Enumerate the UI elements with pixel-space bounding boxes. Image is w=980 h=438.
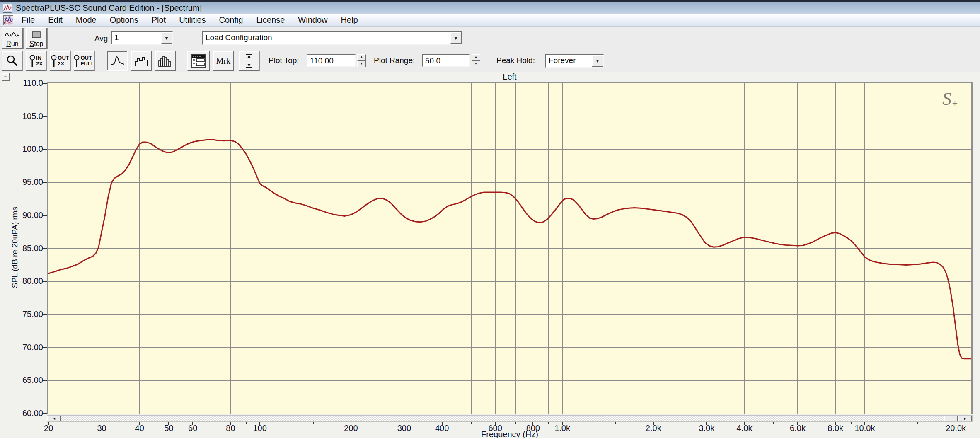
y-tick-label: 65.00 <box>0 375 43 385</box>
y-tick-mark <box>43 116 47 117</box>
menu-item-file[interactable]: File <box>15 15 41 25</box>
y-tick-mark <box>43 413 47 414</box>
chart-title: Left <box>47 72 973 82</box>
y-tick-mark <box>43 248 47 249</box>
spin-up-icon: ▲ <box>357 54 366 61</box>
spectrum-curve <box>48 140 971 358</box>
x-tick-label: 2.0k <box>646 423 661 433</box>
y-tick-label: 110.0 <box>0 78 43 88</box>
marker-button[interactable]: Mrk <box>213 51 234 71</box>
peak-hold-value: Forever <box>546 55 592 67</box>
x-minor-tick-mark <box>818 422 818 424</box>
menu-item-mode[interactable]: Mode <box>69 15 103 25</box>
scrollbar-thumb[interactable] <box>944 416 958 421</box>
plot-top-input[interactable] <box>307 54 356 67</box>
menu-item-edit[interactable]: Edit <box>41 15 69 25</box>
step-plot-button[interactable] <box>131 51 152 71</box>
main-toolbar: Run Stop Avg 1 ▼ Load Configuration ▼ <box>0 27 980 50</box>
bars-icon <box>158 55 173 67</box>
window-title: SpectraPLUS-SC Sound Card Edition - [Spe… <box>16 3 202 13</box>
avg-combobox[interactable]: 1 ▼ <box>111 31 173 45</box>
x-tick-label: 1.0k <box>554 423 570 433</box>
menu-item-help[interactable]: Help <box>334 15 364 25</box>
waveform-icon <box>5 30 20 39</box>
x-minor-tick-mark <box>851 422 852 424</box>
spin-down-icon: ▼ <box>357 61 366 68</box>
frequency-scrollbar[interactable]: ◄ ► <box>47 415 973 422</box>
x-tick-label: 200 <box>344 423 358 433</box>
scroll-right-icon[interactable]: ► <box>958 416 972 421</box>
display-options-button[interactable] <box>187 51 210 71</box>
load-configuration-value: Load Configuration <box>203 32 450 44</box>
x-tick-label: 10.0k <box>854 423 875 433</box>
x-tick-label: 4.0k <box>737 423 753 433</box>
x-tick-label: 20 <box>44 423 53 433</box>
y-tick-mark <box>43 314 47 315</box>
magnifier-pin-icon <box>51 54 57 68</box>
x-minor-tick-mark <box>213 422 213 424</box>
x-tick-label: 60 <box>188 423 197 433</box>
stop-button[interactable]: Stop <box>26 27 47 49</box>
x-tick-label: 30 <box>97 423 106 433</box>
x-minor-tick-mark <box>615 422 616 424</box>
chevron-down-icon[interactable]: ▼ <box>592 55 603 67</box>
menu-item-window[interactable]: Window <box>291 15 334 25</box>
y-tick-label: 90.00 <box>0 211 43 220</box>
x-minor-tick-mark <box>917 422 918 424</box>
plot-range-input[interactable] <box>422 54 470 67</box>
y-tick-label: 95.00 <box>0 177 43 187</box>
title-bar: SpectraPLUS-SC Sound Card Edition - [Spe… <box>0 0 980 14</box>
y-tick-mark <box>43 347 47 348</box>
zoom-out-2x-button[interactable]: OUT 2X <box>50 51 70 71</box>
x-tick-label: 6.0k <box>790 423 806 433</box>
plot-toolbar: IN 2X OUT 2X OUT FULL <box>0 50 980 73</box>
x-minor-tick-mark <box>515 422 516 424</box>
avg-value: 1 <box>112 32 161 44</box>
y-tick-label: 75.00 <box>0 310 43 319</box>
chevron-down-icon[interactable]: ▼ <box>450 32 462 44</box>
x-tick-label: 600 <box>488 423 502 433</box>
y-tick-label: 85.00 <box>0 244 43 253</box>
y-tick-label: 100.0 <box>0 144 43 154</box>
y-tick-mark <box>43 182 47 183</box>
run-button[interactable]: Run <box>2 27 23 49</box>
panel-icon <box>191 54 206 68</box>
zoom-out-full-button[interactable]: OUT FULL <box>74 51 94 71</box>
scroll-left-icon[interactable]: ◄ <box>47 416 61 421</box>
x-minor-tick-mark <box>548 422 549 424</box>
x-tick-label: 400 <box>435 423 449 433</box>
y-tick-mark <box>43 83 47 84</box>
steps-icon <box>134 55 148 67</box>
y-tick-mark <box>43 380 47 381</box>
magnifier-pin-icon <box>29 54 35 68</box>
menu-item-config[interactable]: Config <box>213 15 250 25</box>
zoom-button[interactable] <box>2 51 22 71</box>
vertical-scale-button[interactable] <box>239 51 259 71</box>
y-tick-mark <box>43 281 47 282</box>
spectrum-chart-panel: − Left SPL (dB re 20uPA) rms S+ ◄ ► Freq… <box>0 72 980 438</box>
menu-item-options[interactable]: Options <box>103 15 145 25</box>
peak-hold-label: Peak Hold: <box>496 56 535 65</box>
x-tick-label: 300 <box>397 423 411 433</box>
plot-top-spinner[interactable]: ▲ ▼ <box>357 54 366 67</box>
peak-hold-select[interactable]: Forever ▼ <box>545 54 604 68</box>
menu-bar: FileEditModeOptionsPlotUtilitiesConfigLi… <box>0 14 980 27</box>
x-tick-label: 20.0k <box>946 423 966 433</box>
spin-up-icon: ▲ <box>472 54 480 61</box>
app-icon <box>3 4 12 13</box>
spin-down-icon: ▼ <box>472 61 480 68</box>
line-plot-button[interactable] <box>107 51 128 71</box>
menu-item-plot[interactable]: Plot <box>145 15 172 25</box>
zoom-in-2x-button[interactable]: IN 2X <box>26 51 46 71</box>
load-configuration-combobox[interactable]: Load Configuration ▼ <box>202 31 462 45</box>
x-tick-label: 3.0k <box>699 423 714 433</box>
magnifier-icon <box>5 54 19 68</box>
x-minor-tick-mark <box>313 422 314 424</box>
spectrum-doc-icon <box>3 15 13 25</box>
menu-item-license[interactable]: License <box>249 15 291 25</box>
chevron-down-icon[interactable]: ▼ <box>161 32 172 44</box>
menu-item-utilities[interactable]: Utilities <box>172 15 212 25</box>
plot-range-spinner[interactable]: ▲ ▼ <box>472 54 480 67</box>
x-minor-tick-mark <box>471 422 472 424</box>
bar-plot-button[interactable] <box>155 51 176 71</box>
